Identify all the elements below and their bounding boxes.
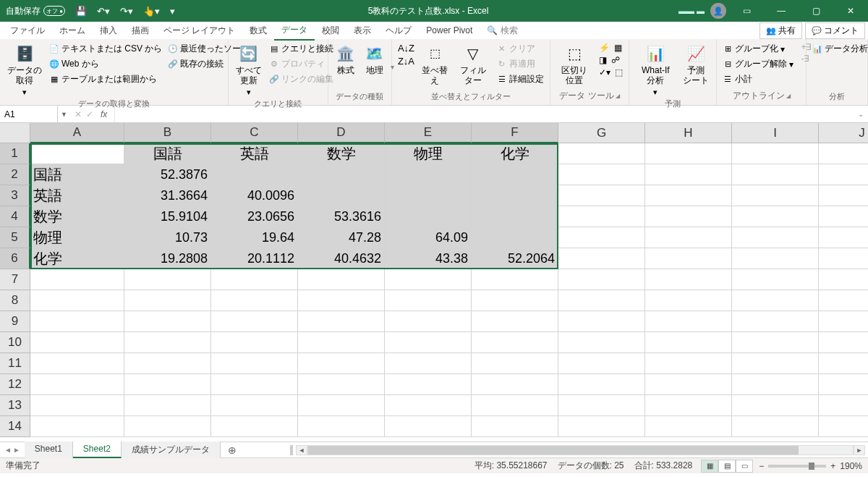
cell-C14[interactable] [211,416,298,437]
cell-G5[interactable] [558,227,645,248]
cell-J8[interactable] [819,290,868,311]
cell-H3[interactable] [645,185,732,206]
cell-E6[interactable]: 43.38 [385,248,472,269]
cell-I1[interactable] [732,143,819,164]
tab-data[interactable]: データ [274,21,315,41]
cell-B9[interactable] [124,311,211,332]
qat-customize-icon[interactable]: ▾ [167,4,178,18]
sort-asc-button[interactable]: A↓Z [396,42,416,54]
cell-E2[interactable] [385,164,472,185]
cell-G7[interactable] [558,269,645,290]
cell-I3[interactable] [732,185,819,206]
cell-E1[interactable]: 物理 [385,143,472,164]
cell-B13[interactable] [124,395,211,416]
tab-formulas[interactable]: 数式 [242,22,274,40]
consolidate-button[interactable]: ▦ [613,42,624,54]
cell-A5[interactable]: 物理 [30,227,124,248]
relationships-button[interactable]: ☍ [610,54,621,66]
cell-D5[interactable]: 47.28 [298,227,385,248]
cell-H9[interactable] [645,311,732,332]
cell-D14[interactable] [298,416,385,437]
cell-J9[interactable] [819,311,868,332]
cell-J1[interactable] [819,143,868,164]
search-box[interactable]: 🔍 検索 [480,22,524,40]
cell-D1[interactable]: 数学 [298,143,385,164]
col-header-C[interactable]: C [211,123,298,143]
cell-F4[interactable] [472,206,558,227]
whatif-button[interactable]: 📊What-If 分析▾ [634,42,677,98]
cell-F10[interactable] [472,332,558,353]
row-header-12[interactable]: 12 [0,374,30,395]
remove-dup-button[interactable]: ◨ [597,54,608,66]
col-header-D[interactable]: D [298,123,385,143]
zoom-out-button[interactable]: − [759,461,764,471]
cell-G3[interactable] [558,185,645,206]
cell-B3[interactable]: 31.3664 [124,185,211,206]
cell-D4[interactable]: 53.3616 [298,206,385,227]
col-header-E[interactable]: E [385,123,472,143]
row-header-3[interactable]: 3 [0,185,30,206]
dialog-launcher-icon[interactable]: ◢ [786,93,791,99]
cell-B2[interactable]: 52.3876 [124,164,211,185]
tab-home[interactable]: ホーム [52,22,93,40]
view-pagebreak-button[interactable]: ▭ [736,460,753,473]
cell-D6[interactable]: 40.4632 [298,248,385,269]
cell-C3[interactable]: 40.0096 [211,185,298,206]
cell-F3[interactable] [472,185,558,206]
cell-B14[interactable] [124,416,211,437]
tab-layout[interactable]: ページ レイアウト [156,22,242,40]
comment-button[interactable]: 💬 コメント [805,22,865,39]
cell-E4[interactable] [385,206,472,227]
cell-G12[interactable] [558,374,645,395]
cell-D3[interactable] [298,185,385,206]
col-header-A[interactable]: A [30,123,124,143]
cell-J5[interactable] [819,227,868,248]
cell-H5[interactable] [645,227,732,248]
cell-H7[interactable] [645,269,732,290]
cell-H2[interactable] [645,164,732,185]
cell-H12[interactable] [645,374,732,395]
cell-J12[interactable] [819,374,868,395]
row-header-13[interactable]: 13 [0,395,30,416]
cell-H4[interactable] [645,206,732,227]
cell-G13[interactable] [558,395,645,416]
reapply-button[interactable]: ↻再適用 [495,57,545,71]
properties-button[interactable]: ⚙プロパティ [268,57,335,71]
cell-J10[interactable] [819,332,868,353]
cell-B5[interactable]: 10.73 [124,227,211,248]
maximize-icon[interactable]: ▢ [801,1,830,21]
select-all-corner[interactable] [0,123,30,143]
cell-C5[interactable]: 19.64 [211,227,298,248]
cell-H11[interactable] [645,353,732,374]
cell-E12[interactable] [385,374,472,395]
cell-E9[interactable] [385,311,472,332]
touch-icon[interactable]: 👆▾ [140,4,163,18]
sheet-tab-Sheet1[interactable]: Sheet1 [25,442,73,458]
cell-G6[interactable] [558,248,645,269]
cell-H8[interactable] [645,290,732,311]
cell-C12[interactable] [211,374,298,395]
cell-A14[interactable] [30,416,124,437]
tab-draw[interactable]: 描画 [124,22,156,40]
sort-button[interactable]: ⬚並べ替え [419,42,451,88]
group-button[interactable]: ⊞グループ化 ▾ [721,42,795,56]
cell-I5[interactable] [732,227,819,248]
data-analysis-button[interactable]: 📊データ分析 [811,42,868,56]
scroll-left-icon[interactable]: ◄ [296,445,307,455]
row-header-7[interactable]: 7 [0,269,30,290]
row-header-11[interactable]: 11 [0,353,30,374]
cell-F12[interactable] [472,374,558,395]
cell-A4[interactable]: 数学 [30,206,124,227]
spreadsheet[interactable]: ABCDEFGHIJ 1234567891011121314 国語英語数学物理化… [0,123,868,442]
cell-B6[interactable]: 19.2808 [124,248,211,269]
cell-G10[interactable] [558,332,645,353]
cell-G4[interactable] [558,206,645,227]
cell-F9[interactable] [472,311,558,332]
from-csv-button[interactable]: 📄テキストまたは CSV から [48,42,163,56]
cell-B7[interactable] [124,269,211,290]
cell-C10[interactable] [211,332,298,353]
row-header-10[interactable]: 10 [0,332,30,353]
get-data-button[interactable]: 🗄️データの 取得▾ [4,42,45,98]
view-layout-button[interactable]: ▤ [718,460,736,473]
cell-I13[interactable] [732,395,819,416]
